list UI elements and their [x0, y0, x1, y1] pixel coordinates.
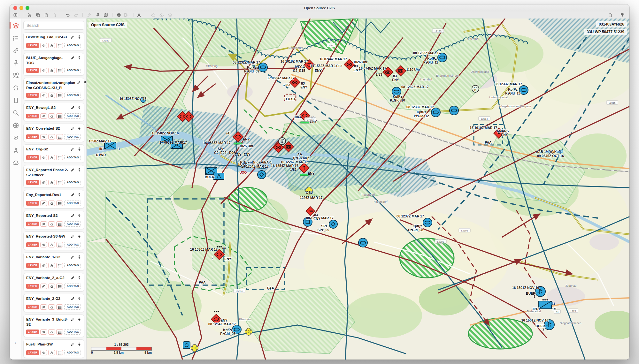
add-tag-button[interactable]: ADD TAG — [64, 180, 81, 185]
pin-button[interactable] — [94, 12, 101, 18]
maximize-button[interactable] — [26, 6, 29, 10]
add-tag-button[interactable]: ADD TAG — [64, 221, 81, 227]
rail-item-polygon[interactable] — [12, 84, 19, 91]
layer-details-button[interactable] — [56, 201, 63, 206]
unlock-button[interactable] — [48, 304, 55, 310]
search-input[interactable] — [23, 21, 84, 30]
undo-button[interactable] — [64, 12, 72, 18]
edit-layer-button[interactable] — [76, 80, 81, 86]
rail-item-list[interactable] — [12, 34, 19, 41]
visibility-on-button[interactable] — [40, 43, 47, 48]
edit-layer-button[interactable] — [71, 56, 75, 61]
paint-roller-button[interactable] — [619, 12, 626, 18]
layer-details-button[interactable] — [56, 180, 63, 185]
pin-layer-button[interactable] — [77, 35, 81, 41]
map-canvas[interactable]: UXOiJJACPGACPD08 1232Z MAR 17KpfPzPzGld_… — [87, 19, 629, 360]
edit-layer-button[interactable] — [71, 213, 75, 219]
layer-details-button[interactable] — [56, 350, 63, 355]
close-button[interactable] — [13, 6, 17, 10]
new-document-button[interactable] — [606, 12, 614, 18]
layer-details-button[interactable] — [56, 284, 63, 289]
unlock-button[interactable] — [48, 242, 55, 247]
pin-layer-button[interactable] — [77, 105, 81, 111]
edit-layer-button[interactable] — [71, 255, 75, 261]
unlock-button[interactable] — [48, 180, 55, 185]
visibility-off-button[interactable] — [40, 180, 47, 185]
minimize-button[interactable] — [19, 6, 23, 10]
print-button[interactable] — [115, 12, 123, 18]
sidebar-collapse-button[interactable]: ‹ — [10, 340, 21, 345]
unlock-button[interactable] — [48, 93, 55, 98]
add-tag-button[interactable]: ADD TAG — [64, 43, 81, 48]
tactical-map[interactable]: UXOiJJACPGACPD08 1232Z MAR 17KpfPzPzGld_… — [87, 19, 629, 360]
visibility-on-button[interactable] — [40, 155, 47, 160]
map-button[interactable] — [102, 12, 110, 18]
rail-item-bookmark[interactable] — [12, 96, 19, 103]
add-tag-button[interactable]: ADD TAG — [64, 113, 81, 119]
pin-layer-button[interactable] — [77, 126, 81, 132]
edit-layer-button[interactable] — [71, 126, 75, 132]
rail-item-link[interactable] — [12, 47, 19, 54]
unlock-button[interactable] — [48, 284, 55, 289]
unlock-button[interactable] — [48, 350, 55, 355]
layer-details-button[interactable] — [56, 93, 63, 98]
unlock-button[interactable] — [48, 43, 55, 48]
add-tag-button[interactable]: ADD TAG — [64, 242, 81, 247]
pin-layer-button[interactable] — [77, 255, 81, 261]
paste-button[interactable] — [42, 12, 50, 18]
edit-layer-button[interactable] — [71, 193, 75, 198]
visibility-on-button[interactable] — [40, 93, 47, 98]
rail-item-signal[interactable] — [12, 134, 19, 141]
visibility-on-button[interactable] — [40, 350, 47, 355]
add-tag-button[interactable]: ADD TAG — [64, 284, 81, 289]
visibility-off-button[interactable] — [40, 242, 47, 247]
copy-button[interactable] — [34, 12, 42, 18]
visibility-off-button[interactable] — [40, 304, 47, 310]
pin-layer-button[interactable] — [77, 317, 81, 323]
pin-layer-button[interactable] — [77, 147, 81, 153]
visibility-off-button[interactable] — [40, 263, 47, 268]
add-tag-button[interactable]: ADD TAG — [64, 134, 81, 140]
unlock-button[interactable] — [48, 113, 55, 119]
font-button[interactable]: ⌄ — [136, 12, 144, 18]
layer-details-button[interactable] — [56, 113, 63, 119]
unlock-button[interactable] — [48, 155, 55, 160]
unlock-button[interactable] — [48, 221, 55, 227]
layer-details-button[interactable] — [56, 221, 63, 227]
edit-layer-button[interactable] — [71, 147, 75, 153]
edit-layer-button[interactable] — [71, 35, 75, 41]
layer-details-button[interactable] — [56, 155, 63, 160]
unlock-button[interactable] — [48, 329, 55, 335]
unlock-button[interactable] — [48, 134, 55, 140]
add-tag-button[interactable]: ADD TAG — [64, 350, 81, 355]
layer-details-button[interactable] — [56, 304, 63, 310]
layer-details-button[interactable] — [56, 43, 63, 48]
add-tag-button[interactable]: ADD TAG — [64, 263, 81, 268]
rail-item-zoom-region[interactable] — [12, 109, 19, 116]
unlock-button[interactable] — [48, 201, 55, 206]
visibility-on-button[interactable] — [40, 113, 47, 119]
edit-layer-button[interactable] — [71, 234, 75, 240]
rail-item-compass[interactable] — [12, 146, 19, 153]
edit-layer-button[interactable] — [71, 296, 75, 302]
edit-layer-button[interactable] — [71, 168, 75, 173]
pin-layer-button[interactable] — [83, 80, 87, 86]
layer-details-button[interactable] — [56, 242, 63, 247]
unlock-button[interactable] — [48, 263, 55, 268]
edit-layer-button[interactable] — [71, 317, 75, 323]
add-tag-button[interactable]: ADD TAG — [64, 155, 81, 160]
visibility-on-button[interactable] — [40, 68, 47, 73]
pin-layer-button[interactable] — [77, 276, 81, 281]
add-tag-button[interactable]: ADD TAG — [64, 68, 81, 73]
visibility-off-button[interactable] — [40, 201, 47, 206]
visibility-off-button[interactable] — [40, 221, 47, 227]
visibility-off-button[interactable] — [40, 284, 47, 289]
pin-layer-button[interactable] — [77, 234, 81, 240]
rail-item-cloud-add[interactable] — [12, 159, 19, 166]
new-button[interactable]: ⌄ — [13, 12, 20, 18]
pin-layer-button[interactable] — [77, 213, 81, 219]
cut-button[interactable] — [26, 12, 34, 18]
pin-layer-button[interactable] — [77, 168, 81, 173]
pin-layer-button[interactable] — [77, 296, 81, 302]
rail-item-globe[interactable] — [12, 121, 19, 128]
